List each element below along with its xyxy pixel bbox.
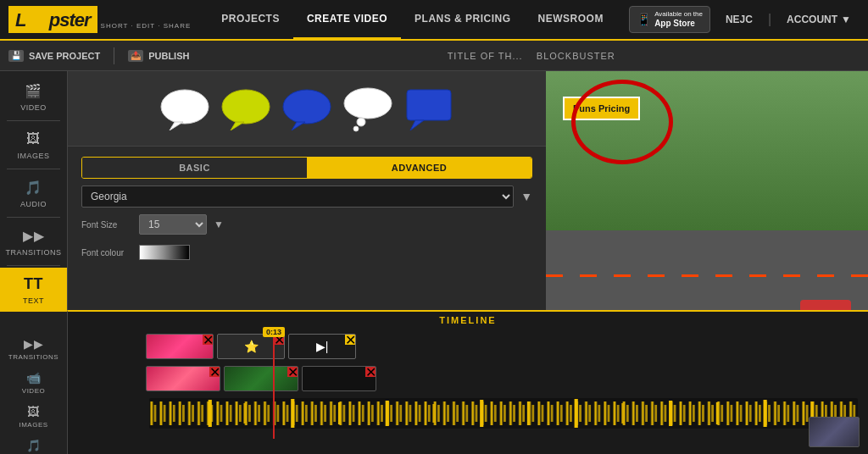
tl-sidebar-video[interactable]: 📹 VIDEO	[0, 366, 67, 400]
bubble-yellow-round[interactable]	[220, 86, 271, 130]
timeline-row-transitions: ✕ ⭐ ✕ ▶| ✕	[75, 332, 861, 361]
nav-items: PROJECTS CREATE VIDEO PLANS & PRICING NE…	[208, 0, 629, 40]
phone-icon: 📱	[637, 13, 651, 26]
svg-point-2	[222, 90, 270, 124]
svg-rect-14	[209, 400, 212, 427]
tab-basic[interactable]: BASIC	[82, 158, 307, 178]
font-colour-row: Font colour	[81, 245, 532, 260]
svg-point-0	[161, 90, 209, 124]
clip-corner-v2: ✕	[287, 367, 298, 377]
timeline-clip-pink[interactable]: ✕	[146, 334, 214, 359]
star-icon: ⭐	[244, 340, 259, 353]
logo[interactable]: Loopster	[8, 6, 97, 33]
sidebar-divider-3	[7, 217, 60, 218]
navbar: Loopster SHORT · EDIT · SHARE PROJECTS C…	[0, 0, 868, 41]
font-select-row: Georgia Arial Times New Roman ▼	[81, 185, 532, 208]
publish-icon: 📤	[128, 50, 143, 62]
bubble-blue-square[interactable]	[403, 86, 454, 130]
project-title: TITLE OF TH... BLOCKBUSTER	[203, 51, 860, 61]
nav-create-video[interactable]: CREATE VIDEO	[293, 0, 401, 40]
svg-rect-21	[527, 401, 530, 425]
svg-rect-13	[149, 398, 858, 429]
sidebar-item-images[interactable]: 🖼 IMAGES	[0, 123, 67, 167]
timestamp-marker: 0:13	[263, 327, 285, 439]
toolbar: 💾 SAVE PROJECT 📤 PUBLISH TITLE OF TH... …	[0, 41, 868, 71]
save-icon: 💾	[8, 50, 24, 62]
svg-point-7	[357, 118, 365, 126]
colour-swatch[interactable]	[139, 245, 190, 260]
font-size-row: Font Size 15 12 18 24 ▼	[81, 214, 532, 235]
text-overlay[interactable]: Puns Pricing	[563, 97, 640, 120]
sidebar-item-audio[interactable]: 🎵 AUDIO	[0, 171, 67, 215]
road-line	[546, 274, 868, 277]
font-settings: Georgia Arial Times New Roman ▼ Font Siz…	[68, 185, 546, 260]
toolbar-divider	[114, 47, 114, 64]
text-icon: Tt	[22, 274, 46, 293]
svg-marker-3	[231, 122, 244, 130]
svg-rect-15	[243, 403, 246, 424]
nav-projects[interactable]: PROJECTS	[208, 0, 293, 40]
chevron-down-icon: ▼	[841, 14, 851, 25]
nav-plans-pricing[interactable]: PLANS & PRICING	[401, 0, 525, 40]
svg-point-8	[353, 126, 359, 131]
text-tabs: BASIC ADVANCED	[81, 157, 532, 179]
font-size-dropdown-icon: ▼	[214, 219, 224, 230]
waveform-svg	[149, 398, 858, 429]
arrow-icon: ▶|	[316, 340, 329, 353]
bubbles-area	[68, 71, 546, 147]
tl-sidebar-audio[interactable]: 🎵 AUDIO	[0, 434, 67, 454]
timeline-sidebar: ▶▶ TRANSITIONS 📹 VIDEO 🖼 IMAGES 🎵 AUDIO	[0, 310, 68, 454]
timeline-clip-video2[interactable]: ✕	[224, 366, 298, 391]
timeline-row-audio	[75, 396, 861, 430]
user-button[interactable]: NEJC	[717, 14, 761, 25]
tl-transitions-icon: ▶▶	[24, 337, 43, 351]
sidebar-divider-1	[7, 120, 60, 121]
tl-video-icon: 📹	[26, 371, 42, 385]
sidebar-item-text[interactable]: Tt TEXT	[0, 268, 67, 312]
timeline-clip-arrow[interactable]: ▶| ✕	[288, 334, 356, 359]
appstore-text: Available on the App Store	[654, 10, 703, 29]
logo-tagline: SHORT · EDIT · SHARE	[101, 22, 192, 30]
svg-point-4	[283, 90, 331, 124]
account-button[interactable]: ACCOUNT ▼	[778, 14, 860, 25]
bubble-blue-round[interactable]	[281, 86, 332, 130]
save-project-button[interactable]: 💾 SAVE PROJECT	[8, 50, 100, 62]
tl-images-icon: 🖼	[27, 405, 40, 418]
timeline-clip-video3[interactable]: ✕	[302, 366, 376, 391]
font-size-label: Font Size	[81, 220, 132, 230]
tl-sidebar-images[interactable]: 🖼 IMAGES	[0, 400, 67, 434]
timeline-clip-video1[interactable]: ✕	[146, 366, 220, 391]
clip-corner-v1: ✕	[209, 367, 220, 377]
bubble-white-thought[interactable]	[342, 85, 393, 132]
bottom-right-clip[interactable]	[809, 417, 860, 447]
sidebar-item-transitions[interactable]: ▶▶ TRANSITIONS	[0, 219, 67, 263]
bubble-white-round[interactable]	[159, 86, 210, 130]
audio-icon: 🎵	[22, 178, 46, 197]
svg-rect-19	[432, 404, 435, 423]
font-select[interactable]: Georgia Arial Times New Roman	[81, 185, 514, 208]
font-size-select[interactable]: 15 12 18 24	[139, 214, 207, 235]
svg-point-6	[344, 88, 392, 119]
sidebar-divider-4	[7, 265, 60, 266]
clip-corner-v3: ✕	[365, 367, 376, 377]
svg-marker-5	[292, 122, 305, 130]
font-colour-label: Font colour	[81, 248, 132, 257]
sidebar-divider-2	[7, 169, 60, 169]
svg-rect-16	[291, 399, 294, 428]
svg-rect-22	[575, 399, 578, 428]
tl-sidebar-transitions[interactable]: ▶▶ TRANSITIONS	[0, 332, 67, 366]
nav-newsroom[interactable]: NEWSROOM	[525, 0, 617, 40]
svg-rect-23	[621, 403, 624, 424]
appstore-button[interactable]: 📱 Available on the App Store	[629, 6, 710, 33]
svg-rect-20	[480, 400, 483, 427]
clip-corner-red: ✕	[203, 335, 213, 345]
images-icon: 🖼	[22, 130, 46, 148]
clip-corner-arrow: ✕	[345, 335, 355, 345]
svg-rect-24	[669, 401, 672, 426]
video-icon: 🎬	[22, 81, 46, 100]
timeline-row-video: ✕ ✕ ✕	[75, 364, 861, 393]
timestamp-line	[273, 337, 275, 439]
sidebar-item-video[interactable]: 🎬 VIDEO	[0, 75, 67, 119]
publish-button[interactable]: 📤 PUBLISH	[128, 50, 189, 62]
tab-advanced[interactable]: ADVANCED	[307, 158, 531, 178]
